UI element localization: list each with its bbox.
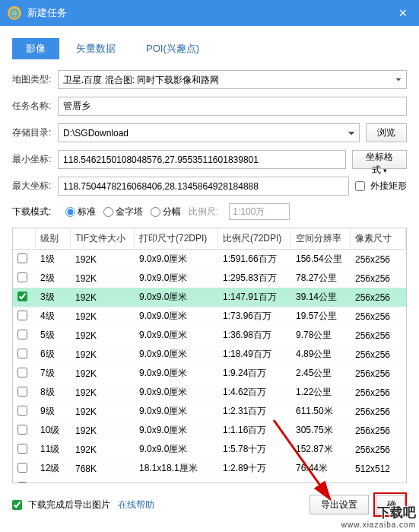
table-row[interactable]: 13级1.13M18.1x27.1厘米1:1.44十万38.22米512x768 (13, 478, 406, 483)
close-icon[interactable]: × (394, 5, 411, 21)
table-row[interactable]: 11级192K9.0x9.0厘米1:5.78十万152.87米256x256 (13, 440, 406, 459)
row-checkbox[interactable] (17, 330, 27, 339)
cell-size: 192K (71, 440, 135, 459)
cell-level: 11级 (36, 440, 71, 459)
scale-input (229, 203, 290, 220)
bounding-rect-checkbox[interactable] (355, 181, 365, 191)
row-checkbox[interactable] (17, 425, 27, 435)
cell-res: 38.22米 (291, 478, 351, 483)
cell-px: 256x256 (351, 250, 406, 269)
cell-scale: 1:4.62百万 (218, 383, 291, 402)
row-checkbox[interactable] (17, 482, 27, 484)
row-checkbox[interactable] (17, 444, 27, 454)
cell-scale: 1:591.66百万 (218, 250, 291, 269)
table-row[interactable]: 4级192K9.0x9.0厘米1:73.96百万19.57公里256x256 (13, 307, 406, 326)
cell-level: 4级 (36, 307, 71, 326)
radio-standard[interactable]: 标准 (65, 205, 96, 218)
scale-label: 比例尺: (189, 205, 218, 218)
table-row[interactable]: 1级192K9.0x9.0厘米1:591.66百万156.54公里256x256 (13, 250, 406, 269)
min-coord-input[interactable] (58, 150, 346, 169)
cell-px: 512x768 (351, 478, 406, 483)
row-checkbox[interactable] (17, 387, 27, 397)
cell-print: 9.0x9.0厘米 (135, 364, 218, 383)
radio-split[interactable]: 分幅 (151, 205, 181, 218)
tab-poi[interactable]: POI(兴趣点) (132, 38, 213, 59)
row-checkbox[interactable] (17, 368, 27, 377)
row-checkbox[interactable] (17, 253, 27, 263)
table-row[interactable]: 2级192K9.0x9.0厘米1:295.83百万78.27公里256x256 (13, 269, 406, 288)
radio-pyramid[interactable]: 金字塔 (103, 205, 143, 218)
max-coord-input[interactable] (58, 177, 349, 196)
cell-level: 13级 (36, 478, 71, 483)
cell-px: 256x256 (351, 383, 406, 402)
table-row[interactable]: 9级192K9.0x9.0厘米1:2.31百万611.50米256x256 (13, 402, 406, 421)
col-px[interactable]: 像素尺寸 (351, 228, 406, 250)
dialog-title: 新建任务 (27, 6, 394, 20)
cell-size: 192K (71, 421, 135, 440)
bounding-rect-check[interactable]: 外接矩形 (355, 180, 407, 193)
cell-print: 9.0x9.0厘米 (135, 307, 218, 326)
table-row[interactable]: 10级192K9.0x9.0厘米1:1.16百万305.75米256x256 (13, 421, 406, 440)
cell-scale: 1:2.89十万 (218, 459, 291, 478)
cell-print: 9.0x9.0厘米 (135, 269, 218, 288)
row-checkbox[interactable] (17, 463, 27, 473)
cell-res: 9.78公里 (291, 326, 351, 345)
map-type-select[interactable]: 卫星.百度 混合图: 同时下载影像和路网 (58, 70, 407, 89)
task-name-input[interactable] (58, 97, 407, 116)
cell-print: 9.0x9.0厘米 (135, 288, 218, 307)
tab-image[interactable]: 影像 (12, 38, 59, 59)
cell-print: 9.0x9.0厘米 (135, 383, 218, 402)
cell-res: 4.89公里 (291, 345, 351, 364)
table-row[interactable]: 12级768K18.1x18.1厘米1:2.89十万76.44米512x512 (13, 459, 406, 478)
col-print[interactable]: 打印尺寸(72DPI) (135, 228, 218, 250)
cell-scale: 1:18.49百万 (218, 345, 291, 364)
coord-format-button[interactable]: 坐标格式 ▾ (352, 150, 407, 169)
cell-print: 9.0x9.0厘米 (135, 250, 218, 269)
cell-px: 256x256 (351, 421, 406, 440)
cell-level: 1级 (36, 250, 71, 269)
col-scale[interactable]: 比例尺(72DPI) (218, 228, 291, 250)
save-dir-select[interactable]: D:\SGDownload (58, 123, 360, 142)
export-after-download[interactable]: 下载完成后导出图片 (12, 499, 110, 511)
cell-level: 5级 (36, 326, 71, 345)
cell-res: 19.57公里 (291, 307, 351, 326)
cell-size: 192K (71, 364, 135, 383)
confirm-button[interactable]: 确 (376, 495, 405, 514)
cell-size: 768K (71, 459, 135, 478)
table-row[interactable]: 5级192K9.0x9.0厘米1:36.98百万9.78公里256x256 (13, 326, 406, 345)
table-row[interactable]: 3级192K9.0x9.0厘米1:147.91百万39.14公里256x256 (13, 288, 406, 307)
cell-res: 2.45公里 (291, 364, 351, 383)
min-coord-label: 最小坐标: (12, 153, 58, 166)
row-checkbox[interactable] (17, 311, 27, 320)
cell-px: 256x256 (351, 440, 406, 459)
cell-scale: 1:36.98百万 (218, 326, 291, 345)
table-row[interactable]: 8级192K9.0x9.0厘米1:4.62百万1.22公里256x256 (13, 383, 406, 402)
row-checkbox[interactable] (17, 291, 27, 301)
browse-button[interactable]: 浏览 (366, 123, 407, 142)
tabs: 影像 矢量数据 POI(兴趣点) (12, 38, 407, 59)
row-checkbox[interactable] (17, 272, 27, 282)
cell-px: 512x512 (351, 459, 406, 478)
cell-res: 156.54公里 (291, 250, 351, 269)
cell-scale: 1:147.91百万 (218, 288, 291, 307)
col-res[interactable]: 空间分辨率 (291, 228, 351, 250)
col-check[interactable] (13, 228, 36, 250)
col-size[interactable]: TIF文件大小 (71, 228, 135, 250)
row-checkbox[interactable] (17, 349, 27, 358)
tab-vector[interactable]: 矢量数据 (62, 38, 129, 59)
cell-level: 2级 (36, 269, 71, 288)
col-level[interactable]: 级别 (36, 228, 71, 250)
cell-size: 192K (71, 288, 135, 307)
table-row[interactable]: 6级192K9.0x9.0厘米1:18.49百万4.89公里256x256 (13, 345, 406, 364)
confirm-highlight: 确 (373, 492, 407, 517)
cell-level: 7级 (36, 364, 71, 383)
cell-scale: 1:1.16百万 (218, 421, 291, 440)
export-after-checkbox[interactable] (12, 500, 22, 510)
cell-scale: 1:73.96百万 (218, 307, 291, 326)
help-link[interactable]: 在线帮助 (118, 499, 154, 511)
cell-print: 9.0x9.0厘米 (135, 440, 218, 459)
export-settings-button[interactable]: 导出设置 (309, 495, 369, 514)
max-coord-label: 最大坐标: (12, 180, 58, 193)
table-row[interactable]: 7级192K9.0x9.0厘米1:9.24百万2.45公里256x256 (13, 364, 406, 383)
row-checkbox[interactable] (17, 406, 27, 416)
